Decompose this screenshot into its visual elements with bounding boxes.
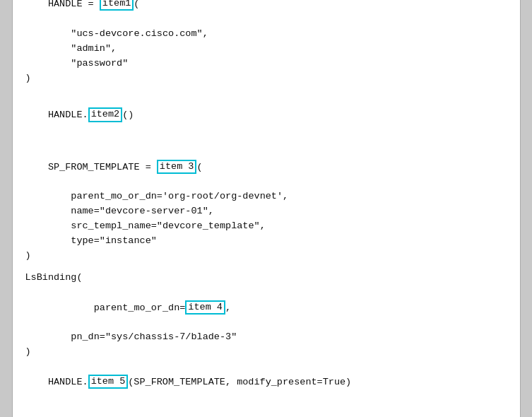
handle-login-line: HANDLE.item2() (25, 93, 507, 137)
sp-arg1: parent_mo_or_dn='org-root/org-devnet', (25, 189, 507, 204)
handle-login-pre: HANDLE. (48, 110, 88, 120)
sp-label: SP_FROM_TEMPLATE = (48, 161, 157, 172)
lsbinding-arg2: pn_dn="sys/chassis-7/blade-3" (25, 330, 507, 345)
lsbinding-arg1-pre: parent_mo_or_dn= (48, 302, 185, 312)
handle-line: HANDLE = item1( (25, 0, 507, 27)
item3-badge: item 3 (157, 160, 197, 174)
handle-arg2: "admin", (25, 42, 507, 57)
item4-badge: item 4 (185, 300, 225, 315)
handle-open: ( (134, 0, 139, 9)
handle-login-end: () (122, 110, 134, 120)
sp-close: ) (25, 249, 507, 264)
item1-badge: item1 (100, 0, 134, 11)
lsbinding-arg1-post: , (225, 302, 231, 312)
sp-open: ( (196, 161, 202, 172)
sp-arg4: type="instance" (25, 234, 507, 249)
handle-close: ) (25, 71, 507, 86)
handle-arg1: "ucs-devcore.cisco.com", (25, 27, 507, 42)
add-line-post: (SP_FROM_TEMPLATE, modify_present=True) (128, 377, 351, 387)
handle-label: HANDLE = (48, 0, 100, 9)
add-line-pre: HANDLE. (48, 377, 88, 387)
commit-line: HANDLE.item 6() (25, 405, 507, 417)
lsbinding-close: ) (25, 345, 507, 360)
add-line: HANDLE.item 5(SP_FROM_TEMPLATE, modify_p… (25, 360, 507, 404)
sp-line: SP_FROM_TEMPLATE = item 3( (25, 145, 507, 189)
code-block: """ Instantiate a UCS Service Profile fr… (12, 0, 521, 417)
sp-arg2: name="devcore-server-01", (25, 204, 507, 219)
handle-arg3: "password" (25, 57, 507, 71)
lsbinding-open: LsBinding( (25, 271, 507, 286)
lsbinding-arg1: parent_mo_or_dn=item 4, (25, 286, 507, 330)
item2-badge: item2 (88, 107, 123, 122)
item5-badge: item 5 (88, 375, 129, 389)
sp-arg3: src_templ_name="devcore_template", (25, 219, 507, 234)
